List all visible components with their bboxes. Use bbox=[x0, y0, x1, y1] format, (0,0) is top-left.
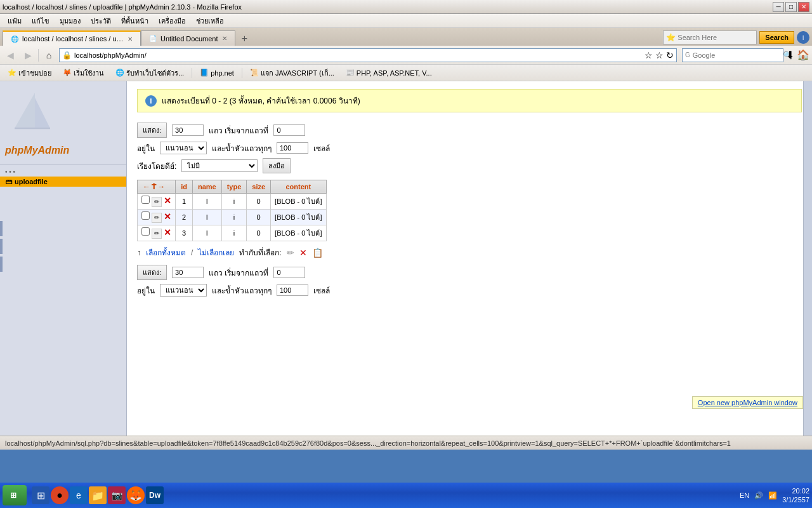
row-1-delete-icon[interactable]: ✕ bbox=[164, 196, 171, 206]
bookmark-1[interactable]: 🦊 เริ่มใช้งาน bbox=[59, 66, 108, 80]
show-row-bottom: แสดง: แถว เริ่มจากแถวที่ bbox=[137, 265, 802, 280]
minimize-button[interactable]: ─ bbox=[773, 2, 784, 12]
action-export-icon[interactable]: 📋 bbox=[312, 248, 323, 258]
show-count-bottom[interactable] bbox=[172, 267, 204, 278]
google-search-input[interactable] bbox=[693, 51, 780, 59]
th-check-icon: T̄ bbox=[152, 183, 157, 191]
sidebar-item-uploadfile[interactable]: 🗃 uploadfile bbox=[0, 177, 126, 187]
tab-1-label: Untitled Document bbox=[160, 35, 218, 43]
tab-1-close[interactable]: ✕ bbox=[222, 35, 227, 42]
search-info-icon[interactable]: i bbox=[797, 31, 809, 44]
taskbar-app-folder[interactable]: 📁 bbox=[89, 486, 107, 504]
per-page-input-top[interactable] bbox=[277, 142, 308, 154]
nav-right-icon[interactable]: → bbox=[158, 182, 166, 191]
bookmark-2-icon: 🌐 bbox=[115, 69, 124, 77]
location-label-top: อยู่ใน bbox=[137, 142, 155, 154]
tab-0-close[interactable]: ✕ bbox=[128, 36, 133, 43]
back-button[interactable]: ◀ bbox=[3, 48, 18, 63]
content-area: i แสดงระเบียนที่ 0 - 2 (3 ทั้งหมด, คำค้น… bbox=[127, 81, 812, 436]
action-delete-icon[interactable]: ✕ bbox=[299, 248, 307, 258]
taskbar-app-camera[interactable]: 📷 bbox=[108, 486, 126, 504]
resize-handle-2[interactable] bbox=[0, 239, 3, 254]
title-bar: localhost / localhost / slines / uploadf… bbox=[0, 0, 812, 14]
row-1-actions: ✏ ✕ bbox=[138, 194, 176, 210]
menu-history[interactable]: ประวัติ bbox=[86, 14, 116, 28]
maximize-button[interactable]: □ bbox=[785, 2, 797, 12]
tab-search-input[interactable] bbox=[678, 34, 754, 41]
row-3-content: [BLOB - 0 ไบต์] bbox=[271, 225, 326, 241]
th-type[interactable]: type bbox=[221, 180, 247, 194]
bookmark-4-icon: 📜 bbox=[250, 69, 259, 77]
content-scrollbar[interactable] bbox=[803, 81, 812, 436]
home-button[interactable]: ⌂ bbox=[41, 48, 56, 63]
show-count-top[interactable] bbox=[172, 124, 204, 136]
window-controls[interactable]: ─ □ ✕ bbox=[773, 2, 809, 12]
tab-search-button[interactable]: Search bbox=[759, 31, 794, 44]
up-arrow-icon: ↑ bbox=[137, 248, 141, 257]
row-2-checkbox[interactable] bbox=[141, 211, 150, 220]
resize-handle-1[interactable] bbox=[0, 221, 3, 236]
forward-button[interactable]: ▶ bbox=[20, 48, 36, 63]
filter-button[interactable]: ลงมือ bbox=[263, 158, 291, 173]
row-1-type: i bbox=[221, 194, 247, 210]
download-icon[interactable]: ⬇ bbox=[786, 49, 794, 61]
menu-view[interactable]: มุมมอง bbox=[55, 14, 86, 28]
taskbar-app-chrome[interactable]: ● bbox=[51, 486, 69, 504]
row-2-content: [BLOB - 0 ไบต์] bbox=[271, 210, 326, 225]
location-select-bottom[interactable]: แนวนอน แนวตั้ง bbox=[160, 284, 207, 297]
row-1-edit-icon[interactable]: ✏ bbox=[152, 197, 162, 207]
th-name[interactable]: name bbox=[192, 180, 221, 194]
phpmyadmin-content: i แสดงระเบียนที่ 0 - 2 (3 ทั้งหมด, คำค้น… bbox=[127, 81, 812, 436]
tab-1[interactable]: 📄 Untitled Document ✕ bbox=[141, 30, 235, 46]
sidebar-dots[interactable]: • • • bbox=[0, 167, 126, 177]
bookmark-5[interactable]: 📰 PHP, ASP, ASP.NET, V... bbox=[342, 67, 436, 78]
refresh-button[interactable]: ↻ bbox=[666, 50, 674, 60]
deselect-all-link[interactable]: ไม่เลือกเลย bbox=[198, 246, 234, 258]
start-button[interactable]: ⊞ bbox=[3, 485, 27, 505]
bookmark-star-icon[interactable]: ☆ bbox=[645, 50, 653, 60]
row-2-delete-icon[interactable]: ✕ bbox=[164, 211, 171, 222]
from-value-top[interactable] bbox=[273, 124, 305, 136]
url-input[interactable] bbox=[74, 51, 642, 59]
open-new-phpmyadmin-link[interactable]: Open new phpMyAdmin window bbox=[692, 396, 803, 409]
row-1-checkbox[interactable] bbox=[141, 196, 150, 204]
taskbar-app-dreamweaver[interactable]: Dw bbox=[146, 486, 164, 504]
home-nav-icon[interactable]: 🏠 bbox=[797, 49, 809, 61]
menu-bookmarks[interactable]: ที่คั้นหน้า bbox=[116, 14, 154, 28]
menu-file[interactable]: แฟ้ม bbox=[3, 14, 27, 28]
bookmark-3[interactable]: 📘 php.net bbox=[196, 67, 238, 78]
row-2-edit-icon[interactable]: ✏ bbox=[152, 213, 162, 223]
th-id[interactable]: id bbox=[176, 180, 193, 194]
from-value-bottom[interactable] bbox=[273, 267, 305, 278]
show-button-bottom[interactable]: แสดง: bbox=[137, 265, 167, 280]
resize-handle-3[interactable] bbox=[0, 257, 3, 272]
row-2-type: i bbox=[221, 210, 247, 225]
row-3-edit-icon[interactable]: ✏ bbox=[152, 229, 162, 239]
nav-left-icon[interactable]: ← bbox=[143, 182, 150, 191]
menu-edit[interactable]: แก้ไข bbox=[27, 14, 55, 28]
close-button[interactable]: ✕ bbox=[798, 2, 809, 12]
tab-0[interactable]: 🌐 localhost / localhost / slines / uploa… bbox=[3, 30, 141, 46]
select-all-link[interactable]: เลือกทั้งหมด bbox=[146, 246, 186, 258]
action-edit-icon[interactable]: ✏ bbox=[287, 248, 294, 258]
bookmark-0[interactable]: ⭐ เข้าชมบ่อย bbox=[4, 66, 55, 80]
bookmark-star2-icon[interactable]: ☆ bbox=[655, 50, 664, 60]
th-content[interactable]: content bbox=[271, 180, 326, 194]
new-tab-button[interactable]: + bbox=[238, 32, 252, 46]
bookmark-4[interactable]: 📜 แจก JAVASCRIPT (เก็... bbox=[246, 66, 338, 80]
menu-tools[interactable]: เครื่องมือ bbox=[154, 14, 191, 28]
per-page-input-bottom[interactable] bbox=[277, 284, 308, 296]
th-size[interactable]: size bbox=[247, 180, 271, 194]
bookmark-2[interactable]: 🌐 รับทำเว็บไซต์ตัวร... bbox=[112, 66, 188, 80]
location-select-top[interactable]: แนวนอน แนวตั้ง bbox=[160, 142, 207, 154]
taskbar-app-ie[interactable]: e bbox=[70, 486, 88, 504]
row-3-checkbox[interactable] bbox=[141, 227, 150, 236]
taskbar-app-firefox[interactable]: 🦊 bbox=[127, 486, 145, 504]
row-3-delete-icon[interactable]: ✕ bbox=[164, 227, 171, 237]
row-2-name: l bbox=[192, 210, 221, 225]
taskbar-app-windows[interactable]: ⊞ bbox=[32, 486, 49, 504]
sort-select[interactable]: ไม่มี bbox=[181, 159, 258, 172]
menu-help[interactable]: ช่วยเหลือ bbox=[191, 14, 229, 28]
show-button-top[interactable]: แสดง: bbox=[137, 123, 167, 138]
taskbar-right: EN 🔊 📶 20:02 3/1/2557 bbox=[740, 486, 809, 505]
